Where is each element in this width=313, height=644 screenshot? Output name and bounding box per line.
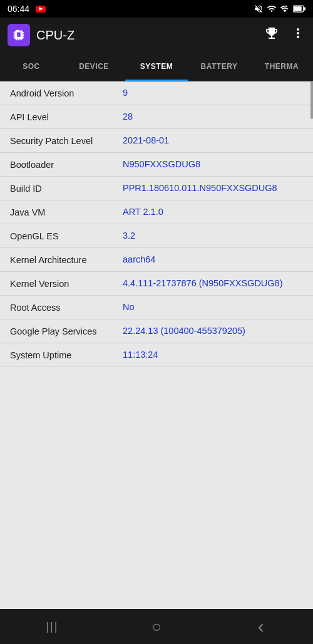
info-value: N950FXXSGDUG8 [123,159,303,169]
svg-rect-1 [294,6,302,11]
signal-icon [280,4,290,14]
system-info-table: Android Version9API Level28Security Patc… [0,81,313,367]
table-row: API Level28 [0,105,313,129]
tab-system[interactable]: SYSTEM [125,53,188,81]
scrollbar[interactable] [310,81,313,119]
status-icons [254,4,305,14]
table-row: BootloaderN950FXXSGDUG8 [0,153,313,177]
app-logo [8,24,30,46]
info-label: System Uptime [10,350,123,360]
table-row: Google Play Services22.24.13 (100400-455… [0,319,313,343]
info-label: Android Version [10,88,123,98]
tab-bar: SOC DEVICE SYSTEM BATTERY THERMA [0,53,313,81]
info-value: PPR1.180610.011.N950FXXSGDUG8 [123,183,303,193]
nav-menu-icon: ||| [46,620,58,633]
nav-menu-button[interactable]: ||| [33,614,71,639]
table-row: Build IDPPR1.180610.011.N950FXXSGDUG8 [0,177,313,200]
battery-icon [293,4,305,13]
table-row: OpenGL ES3.2 [0,224,313,248]
info-value: aarch64 [123,254,303,264]
info-value: 4.4.111-21737876 (N950FXXSGDUG8) [123,278,303,288]
status-bar: 06:44 [0,0,313,18]
info-value: 28 [123,112,303,122]
table-row: Java VMART 2.1.0 [0,200,313,224]
wifi-icon [267,4,277,14]
info-label: Java VM [10,207,123,217]
info-value: 2021-08-01 [123,135,303,145]
table-row: Root AccessNo [0,296,313,319]
info-label: API Level [10,112,123,122]
nav-back-icon: ‹ [258,616,264,637]
table-row: Kernel Version4.4.111-21737876 (N950FXXS… [0,272,313,296]
table-row: Kernel Architectureaarch64 [0,248,313,272]
mute-icon [254,4,264,14]
status-time: 06:44 [8,4,29,14]
nav-back-button[interactable]: ‹ [242,614,280,639]
info-label: Root Access [10,302,123,313]
more-vert-icon[interactable] [290,26,305,44]
app-bar: CPU-Z [0,18,313,53]
nav-home-button[interactable]: ○ [138,614,175,639]
info-value: 11:13:24 [123,350,303,360]
info-label: Kernel Version [10,278,123,289]
nav-home-icon: ○ [151,617,162,636]
tab-device[interactable]: DEVICE [63,53,125,81]
info-value: ART 2.1.0 [123,207,303,217]
info-label: Security Patch Level [10,135,123,146]
trophy-icon[interactable] [264,26,279,44]
app-bar-actions [264,26,305,44]
info-label: Kernel Architecture [10,254,123,265]
table-row: Android Version9 [0,81,313,105]
tab-therma[interactable]: THERMA [250,53,313,81]
nav-bar: ||| ○ ‹ [0,609,313,644]
svg-rect-3 [18,33,20,36]
svg-rect-2 [304,8,306,11]
info-value: 3.2 [123,231,303,241]
info-value: No [123,302,303,312]
youtube-icon [36,6,46,13]
info-label: Google Play Services [10,326,123,336]
info-label: OpenGL ES [10,231,123,241]
info-label: Bootloader [10,159,123,170]
cpu-icon [12,28,26,42]
table-row: System Uptime11:13:24 [0,343,313,367]
tab-soc[interactable]: SOC [0,53,63,81]
table-row: Security Patch Level2021-08-01 [0,129,313,153]
info-value: 22.24.13 (100400-455379205) [123,326,303,336]
info-label: Build ID [10,183,123,194]
content-area: Android Version9API Level28Security Patc… [0,81,313,609]
info-value: 9 [123,88,303,98]
tab-battery[interactable]: BATTERY [188,53,250,81]
app-title: CPU-Z [36,28,264,43]
